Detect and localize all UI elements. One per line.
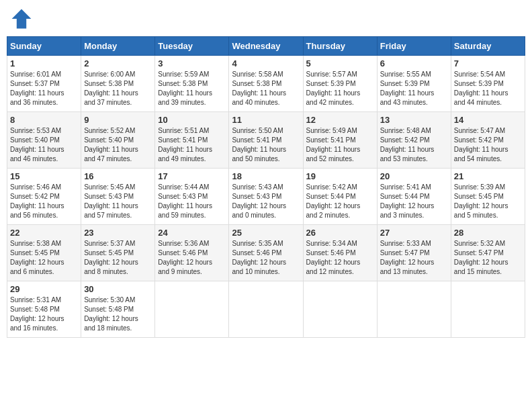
day-info: Sunrise: 5:49 AMSunset: 5:41 PMDaylight:…: [306, 126, 374, 164]
calendar-cell: 1Sunrise: 6:01 AMSunset: 5:37 PMDaylight…: [7, 56, 81, 112]
calendar-cell: 7Sunrise: 5:54 AMSunset: 5:39 PMDaylight…: [451, 56, 525, 112]
day-info: Sunrise: 5:57 AMSunset: 5:39 PMDaylight:…: [306, 70, 374, 107]
weekday-header: Saturday: [451, 37, 525, 56]
calendar-cell: 4Sunrise: 5:58 AMSunset: 5:38 PMDaylight…: [229, 56, 303, 112]
day-number: 27: [380, 228, 448, 238]
calendar-week-row: 1Sunrise: 6:01 AMSunset: 5:37 PMDaylight…: [7, 56, 525, 112]
calendar-cell: 21Sunrise: 5:39 AMSunset: 5:45 PMDayligh…: [451, 169, 525, 225]
day-info: Sunrise: 5:42 AMSunset: 5:44 PMDaylight:…: [306, 183, 374, 220]
day-info: Sunrise: 6:01 AMSunset: 5:37 PMDaylight:…: [10, 70, 78, 107]
calendar-cell: 29Sunrise: 5:31 AMSunset: 5:48 PMDayligh…: [7, 281, 81, 338]
day-number: 8: [10, 115, 78, 125]
calendar-cell: 28Sunrise: 5:32 AMSunset: 5:47 PMDayligh…: [451, 225, 525, 281]
day-info: Sunrise: 5:32 AMSunset: 5:47 PMDaylight:…: [454, 239, 522, 277]
day-number: 18: [232, 171, 300, 181]
day-info: Sunrise: 5:33 AMSunset: 5:47 PMDaylight:…: [380, 239, 448, 277]
calendar-header-row: SundayMondayTuesdayWednesdayThursdayFrid…: [7, 37, 525, 56]
day-info: Sunrise: 5:53 AMSunset: 5:40 PMDaylight:…: [10, 126, 78, 164]
day-info: Sunrise: 5:58 AMSunset: 5:38 PMDaylight:…: [232, 70, 300, 107]
day-number: 17: [158, 171, 226, 181]
calendar-cell: 12Sunrise: 5:49 AMSunset: 5:41 PMDayligh…: [303, 112, 377, 169]
calendar-week-row: 8Sunrise: 5:53 AMSunset: 5:40 PMDaylight…: [7, 112, 525, 169]
weekday-header: Sunday: [7, 37, 81, 56]
weekday-header: Monday: [81, 37, 155, 56]
logo-icon: [9, 7, 34, 31]
calendar-cell: 8Sunrise: 5:53 AMSunset: 5:40 PMDaylight…: [7, 112, 81, 169]
logo: [9, 7, 36, 31]
day-info: Sunrise: 5:54 AMSunset: 5:39 PMDaylight:…: [454, 70, 522, 107]
day-number: 2: [84, 58, 152, 68]
day-number: 22: [10, 228, 78, 238]
calendar-cell: 30Sunrise: 5:30 AMSunset: 5:48 PMDayligh…: [81, 281, 155, 338]
calendar-cell: [229, 281, 303, 338]
calendar-cell: 16Sunrise: 5:45 AMSunset: 5:43 PMDayligh…: [81, 169, 155, 225]
calendar-cell: 10Sunrise: 5:51 AMSunset: 5:41 PMDayligh…: [155, 112, 229, 169]
calendar-week-row: 29Sunrise: 5:31 AMSunset: 5:48 PMDayligh…: [7, 281, 525, 338]
day-number: 21: [454, 171, 522, 181]
day-info: Sunrise: 5:38 AMSunset: 5:45 PMDaylight:…: [10, 239, 78, 277]
day-info: Sunrise: 5:45 AMSunset: 5:43 PMDaylight:…: [84, 183, 152, 220]
day-number: 3: [158, 58, 226, 68]
calendar-cell: 23Sunrise: 5:37 AMSunset: 5:45 PMDayligh…: [81, 225, 155, 281]
day-number: 19: [306, 171, 374, 181]
day-info: Sunrise: 5:39 AMSunset: 5:45 PMDaylight:…: [454, 183, 522, 220]
page-header: [7, 7, 525, 31]
weekday-header: Thursday: [303, 37, 377, 56]
day-number: 1: [10, 58, 78, 68]
day-info: Sunrise: 5:47 AMSunset: 5:42 PMDaylight:…: [454, 126, 522, 164]
calendar-cell: 3Sunrise: 5:59 AMSunset: 5:38 PMDaylight…: [155, 56, 229, 112]
weekday-header: Tuesday: [155, 37, 229, 56]
day-info: Sunrise: 5:41 AMSunset: 5:44 PMDaylight:…: [380, 183, 448, 220]
day-info: Sunrise: 5:31 AMSunset: 5:48 PMDaylight:…: [10, 295, 78, 333]
day-info: Sunrise: 5:55 AMSunset: 5:39 PMDaylight:…: [380, 70, 448, 107]
calendar-cell: 13Sunrise: 5:48 AMSunset: 5:42 PMDayligh…: [377, 112, 451, 169]
calendar-cell: 2Sunrise: 6:00 AMSunset: 5:38 PMDaylight…: [81, 56, 155, 112]
day-number: 7: [454, 58, 522, 68]
day-number: 11: [232, 115, 300, 125]
day-info: Sunrise: 5:50 AMSunset: 5:41 PMDaylight:…: [232, 126, 300, 164]
calendar-cell: [451, 281, 525, 338]
day-info: Sunrise: 6:00 AMSunset: 5:38 PMDaylight:…: [84, 70, 152, 107]
calendar-week-row: 15Sunrise: 5:46 AMSunset: 5:42 PMDayligh…: [7, 169, 525, 225]
calendar-cell: 18Sunrise: 5:43 AMSunset: 5:43 PMDayligh…: [229, 169, 303, 225]
day-info: Sunrise: 5:34 AMSunset: 5:46 PMDaylight:…: [306, 239, 374, 277]
calendar-cell: [303, 281, 377, 338]
day-number: 6: [380, 58, 448, 68]
calendar-cell: 6Sunrise: 5:55 AMSunset: 5:39 PMDaylight…: [377, 56, 451, 112]
day-info: Sunrise: 5:37 AMSunset: 5:45 PMDaylight:…: [84, 239, 152, 277]
day-number: 24: [158, 228, 226, 238]
weekday-header: Friday: [377, 37, 451, 56]
calendar-cell: 14Sunrise: 5:47 AMSunset: 5:42 PMDayligh…: [451, 112, 525, 169]
day-number: 14: [454, 115, 522, 125]
day-info: Sunrise: 5:59 AMSunset: 5:38 PMDaylight:…: [158, 70, 226, 107]
day-number: 20: [380, 171, 448, 181]
calendar-cell: 19Sunrise: 5:42 AMSunset: 5:44 PMDayligh…: [303, 169, 377, 225]
day-number: 25: [232, 228, 300, 238]
day-number: 9: [84, 115, 152, 125]
day-info: Sunrise: 5:36 AMSunset: 5:46 PMDaylight:…: [158, 239, 226, 277]
day-info: Sunrise: 5:44 AMSunset: 5:43 PMDaylight:…: [158, 183, 226, 220]
calendar-cell: 26Sunrise: 5:34 AMSunset: 5:46 PMDayligh…: [303, 225, 377, 281]
calendar-week-row: 22Sunrise: 5:38 AMSunset: 5:45 PMDayligh…: [7, 225, 525, 281]
day-number: 13: [380, 115, 448, 125]
day-number: 30: [84, 284, 152, 294]
day-number: 29: [10, 284, 78, 294]
day-info: Sunrise: 5:30 AMSunset: 5:48 PMDaylight:…: [84, 295, 152, 333]
day-number: 12: [306, 115, 374, 125]
calendar-cell: 24Sunrise: 5:36 AMSunset: 5:46 PMDayligh…: [155, 225, 229, 281]
calendar-cell: [155, 281, 229, 338]
calendar-cell: 27Sunrise: 5:33 AMSunset: 5:47 PMDayligh…: [377, 225, 451, 281]
weekday-header: Wednesday: [229, 37, 303, 56]
calendar-cell: [377, 281, 451, 338]
day-info: Sunrise: 5:51 AMSunset: 5:41 PMDaylight:…: [158, 126, 226, 164]
calendar-cell: 11Sunrise: 5:50 AMSunset: 5:41 PMDayligh…: [229, 112, 303, 169]
day-info: Sunrise: 5:35 AMSunset: 5:46 PMDaylight:…: [232, 239, 300, 277]
day-number: 28: [454, 228, 522, 238]
calendar-cell: 5Sunrise: 5:57 AMSunset: 5:39 PMDaylight…: [303, 56, 377, 112]
calendar-cell: 17Sunrise: 5:44 AMSunset: 5:43 PMDayligh…: [155, 169, 229, 225]
day-number: 23: [84, 228, 152, 238]
calendar-cell: 15Sunrise: 5:46 AMSunset: 5:42 PMDayligh…: [7, 169, 81, 225]
day-number: 5: [306, 58, 374, 68]
day-info: Sunrise: 5:52 AMSunset: 5:40 PMDaylight:…: [84, 126, 152, 164]
calendar-cell: 9Sunrise: 5:52 AMSunset: 5:40 PMDaylight…: [81, 112, 155, 169]
